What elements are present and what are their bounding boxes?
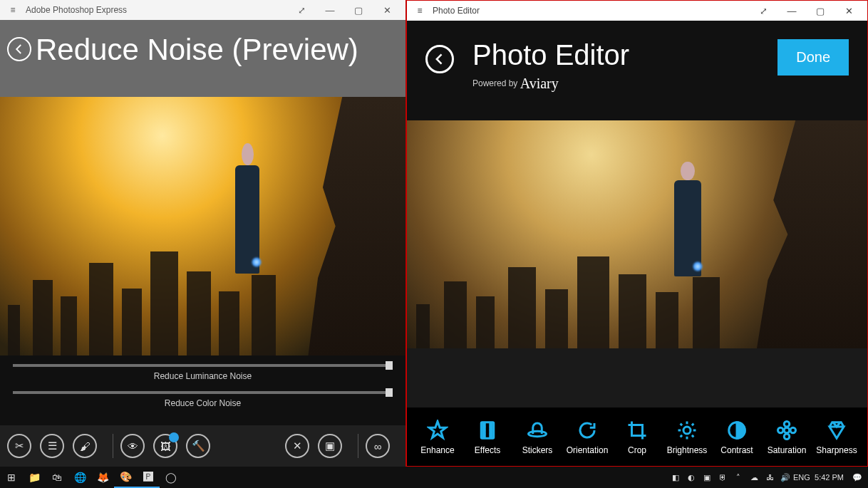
powered-by: Powered by Aviary [472, 76, 777, 92]
crop-icon [612, 418, 662, 442]
tools-strip: Enhance Effects Stickers Orientation Cro… [407, 407, 867, 466]
task-explorer[interactable]: 📁 [23, 467, 46, 488]
notifications-icon[interactable]: 💬 [849, 473, 865, 482]
tray-icon[interactable]: ◐ [683, 473, 699, 482]
flower-icon [762, 418, 812, 442]
svg-point-16 [790, 427, 796, 433]
minimize-icon[interactable]: — [316, 5, 344, 16]
minimize-icon[interactable]: — [777, 6, 806, 16]
titlebar-left: ≡ Adobe Photoshop Express ⤢ — ▢ ✕ [0, 0, 405, 20]
share-icon[interactable]: ∞ [366, 434, 390, 458]
star-icon [413, 418, 463, 442]
clock[interactable]: 5:42 PM [809, 473, 849, 482]
tool-enhance[interactable]: Enhance [413, 418, 463, 455]
tool-label: Sharpness [812, 445, 862, 455]
redeye-icon[interactable]: 👁 [120, 434, 145, 458]
diamond-icon [812, 418, 862, 442]
film-icon [463, 418, 512, 442]
sun-icon [662, 418, 712, 442]
task-edge[interactable]: 🌐 [68, 467, 91, 488]
tool-crop[interactable]: Crop [612, 418, 662, 455]
hamburger-icon[interactable]: ≡ [4, 5, 21, 15]
page-header: Reduce Noise (Preview) [0, 20, 405, 97]
tray-volume-icon[interactable]: 🔊 [777, 473, 793, 482]
close-icon[interactable]: ✕ [373, 5, 401, 16]
expand-icon[interactable]: ⤢ [287, 5, 316, 16]
tool-label: Contrast [712, 445, 762, 455]
fix-icon[interactable]: 🔨 [186, 434, 210, 458]
brush-icon[interactable]: 🖌 [73, 434, 97, 458]
tool-saturation[interactable]: Saturation [762, 418, 812, 455]
svg-point-15 [778, 427, 784, 433]
done-button[interactable]: Done [777, 39, 849, 76]
cancel-icon[interactable]: ✕ [285, 434, 309, 458]
maximize-icon[interactable]: ▢ [344, 5, 373, 16]
page-title: Photo Editor [472, 39, 777, 71]
task-store[interactable]: 🛍 [46, 467, 68, 488]
svg-point-10 [683, 427, 691, 434]
tool-label: Saturation [762, 445, 812, 455]
svg-rect-6 [490, 427, 492, 430]
tray-icon[interactable]: ▣ [699, 473, 715, 482]
page-title: Reduce Noise (Preview) [31, 33, 358, 67]
task-origin[interactable]: ◯ [160, 467, 182, 488]
tool-label: Orientation [562, 445, 612, 455]
image-canvas[interactable] [407, 120, 867, 348]
tray-icon[interactable]: ◧ [668, 473, 683, 482]
tool-label: Enhance [413, 445, 463, 455]
powered-prefix: Powered by [472, 78, 517, 88]
svg-point-13 [784, 422, 790, 427]
tray-lang[interactable]: ENG [793, 473, 809, 482]
compare-icon[interactable]: ▣ [318, 434, 342, 458]
hat-icon [512, 418, 562, 442]
tool-contrast[interactable]: Contrast [712, 418, 762, 455]
hamburger-icon[interactable]: ≡ [411, 6, 428, 16]
start-button[interactable]: ⊞ [0, 467, 23, 488]
powered-brand: Aviary [520, 76, 559, 91]
image-canvas[interactable] [0, 97, 405, 355]
tool-sharpness[interactable]: Sharpness [812, 418, 862, 455]
tool-brightness[interactable]: Brightness [662, 418, 712, 455]
tray-chevron-up-icon[interactable]: ˄ [730, 473, 746, 482]
svg-point-12 [784, 427, 790, 433]
tool-stickers[interactable]: Stickers [512, 418, 562, 455]
expand-icon[interactable]: ⤢ [749, 6, 777, 16]
tool-label: Brightness [662, 445, 712, 455]
task-firefox[interactable]: 🦊 [91, 467, 114, 488]
svg-rect-4 [483, 435, 485, 437]
titlebar-right: ≡ Photo Editor ⤢ — ▢ ✕ [407, 1, 867, 21]
tray-shield-icon[interactable]: ⛨ [715, 473, 730, 482]
task-paint[interactable]: 🎨 [114, 467, 137, 488]
svg-rect-3 [483, 431, 485, 433]
svg-rect-8 [490, 435, 492, 437]
tray-network-icon[interactable]: 🖧 [762, 473, 777, 482]
rotate-icon [562, 418, 612, 442]
canvas-padding [407, 348, 867, 407]
image-tool-icon[interactable]: 🖼 [153, 434, 177, 458]
sliders-panel: Reduce Luminance Noise Reduce Color Nois… [0, 355, 405, 425]
tool-label: Stickers [512, 445, 562, 455]
color-noise-slider[interactable] [13, 391, 393, 394]
svg-point-14 [784, 434, 790, 440]
color-noise-label: Reduce Color Noise [13, 398, 393, 408]
task-photoshop[interactable]: 🅿 [137, 467, 160, 488]
svg-rect-5 [490, 424, 492, 426]
maximize-icon[interactable]: ▢ [806, 6, 835, 16]
back-button[interactable] [425, 45, 454, 73]
tool-effects[interactable]: Effects [463, 418, 512, 455]
svg-point-9 [529, 431, 547, 437]
tool-orientation[interactable]: Orientation [562, 418, 612, 455]
svg-rect-2 [483, 427, 485, 430]
page-header: Photo Editor Powered by Aviary Done [407, 21, 867, 120]
app-title: Photo Editor [428, 6, 749, 16]
adjust-icon[interactable]: ☰ [40, 434, 64, 458]
crop-icon[interactable]: ✂ [7, 434, 31, 458]
svg-rect-1 [483, 424, 485, 426]
luminance-noise-slider[interactable] [13, 364, 393, 367]
svg-rect-7 [490, 431, 492, 433]
app-title: Adobe Photoshop Express [21, 5, 287, 15]
tool-label: Crop [612, 445, 662, 455]
tray-onedrive-icon[interactable]: ☁ [746, 473, 762, 482]
close-icon[interactable]: ✕ [835, 6, 863, 16]
back-button[interactable] [7, 37, 31, 61]
